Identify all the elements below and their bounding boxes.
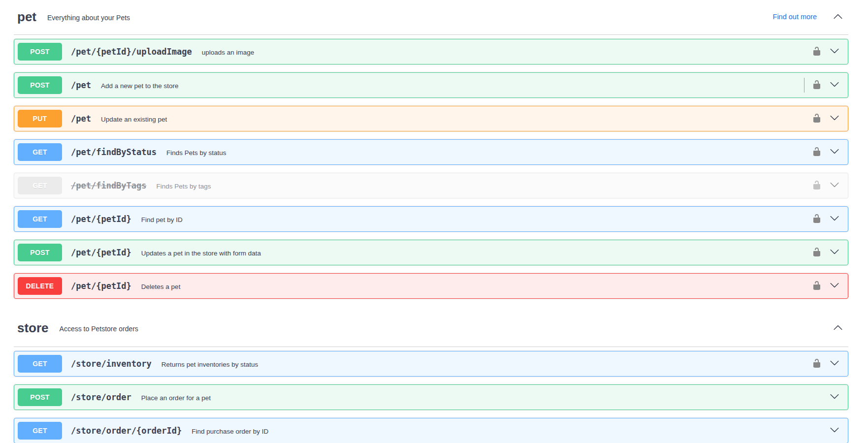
operation-path: /pet/{petId} <box>71 248 131 257</box>
chevron-up-icon[interactable] <box>833 11 843 22</box>
chevron-down-icon[interactable] <box>829 46 840 57</box>
operation-get-row[interactable]: GET /store/inventory Returns pet invento… <box>14 351 848 377</box>
method-badge: POST <box>18 388 62 406</box>
section-title-pet: pet <box>17 9 36 25</box>
store-section-controls <box>833 322 843 333</box>
chevron-down-icon[interactable] <box>829 358 840 369</box>
section-description-store: Access to Petstore orders <box>60 323 138 333</box>
chevron-down-icon[interactable] <box>829 147 840 158</box>
operation-path: /store/inventory <box>71 359 152 369</box>
unlocked-padlock-icon <box>812 180 822 191</box>
operation-get-row[interactable]: GET /pet/{petId} Find pet by ID <box>14 206 848 232</box>
method-badge: DELETE <box>18 277 62 295</box>
auth-lock-button[interactable] <box>811 214 822 224</box>
auth-lock-button[interactable] <box>811 281 822 291</box>
chevron-down-icon[interactable] <box>829 281 840 291</box>
operation-summary: Find pet by ID <box>141 215 183 223</box>
operation-get-row[interactable]: GET /pet/findByStatus Finds Pets by stat… <box>14 139 848 165</box>
store-operations-list: GET /store/inventory Returns pet invento… <box>14 347 848 443</box>
auth-lock-button[interactable] <box>811 247 822 258</box>
operation-post-row[interactable]: POST /pet Add a new pet to the store <box>14 72 848 98</box>
unlocked-padlock-icon <box>812 147 822 158</box>
operation-path: /pet <box>71 80 91 90</box>
operation-path: /pet/findByTags <box>71 181 147 190</box>
operation-path: /pet/{petId} <box>71 281 131 291</box>
operation-post-row[interactable]: POST /pet/{petId} Updates a pet in the s… <box>14 240 848 265</box>
auth-lock-button[interactable] <box>811 113 822 124</box>
operation-summary: Finds Pets by status <box>166 148 226 157</box>
auth-lock-button[interactable] <box>811 80 822 91</box>
text-cursor <box>804 78 804 93</box>
row-controls <box>811 281 840 291</box>
method-badge: GET <box>18 210 62 228</box>
pet-operations-list: POST /pet/{petId}/uploadImage uploads an… <box>14 35 848 299</box>
operation-summary: Updates a pet in the store with form dat… <box>141 249 261 257</box>
row-controls <box>804 78 840 93</box>
row-controls <box>811 147 840 158</box>
operation-get-row[interactable]: GET /store/order/{orderId} Find purchase… <box>14 418 848 443</box>
section-description-pet: Everything about your Pets <box>47 12 130 22</box>
operation-summary: Returns pet inventories by status <box>161 360 258 368</box>
row-controls <box>811 180 840 191</box>
chevron-down-icon[interactable] <box>829 392 840 403</box>
method-badge: POST <box>18 76 62 94</box>
method-badge: GET <box>18 422 62 440</box>
unlocked-padlock-icon <box>812 247 822 258</box>
row-controls <box>811 214 840 224</box>
find-out-more-link[interactable]: Find out more <box>773 13 817 21</box>
unlocked-padlock-icon <box>812 214 822 225</box>
chevron-down-icon[interactable] <box>829 247 840 258</box>
row-controls <box>811 358 840 369</box>
auth-lock-button[interactable] <box>811 46 822 57</box>
operation-path: /pet <box>71 114 91 124</box>
method-badge: POST <box>18 244 62 261</box>
auth-lock-button[interactable] <box>811 147 822 158</box>
chevron-up-icon[interactable] <box>833 322 843 333</box>
unlocked-padlock-icon <box>812 80 822 91</box>
operation-path: /pet/findByStatus <box>71 147 157 157</box>
store-section-header[interactable]: store Access to Petstore orders <box>14 311 848 347</box>
operation-delete-row[interactable]: DELETE /pet/{petId} Deletes a pet <box>14 273 848 299</box>
operation-get-row[interactable]: GET /pet/findByTags Finds Pets by tags <box>14 173 848 198</box>
operation-path: /pet/{petId} <box>71 214 131 224</box>
store-section-heading: store Access to Petstore orders <box>17 320 138 336</box>
api-operations-panel: pet Everything about your Pets Find out … <box>0 0 868 443</box>
method-badge: POST <box>18 43 62 61</box>
operation-post-row[interactable]: POST /store/order Place an order for a p… <box>14 384 848 410</box>
method-badge: GET <box>18 177 62 194</box>
chevron-down-icon[interactable] <box>829 214 840 224</box>
operation-summary: Add a new pet to the store <box>101 81 179 90</box>
operation-path: /store/order/{orderId} <box>71 426 182 436</box>
row-controls <box>829 392 840 403</box>
row-controls <box>811 113 840 124</box>
row-controls <box>829 425 840 436</box>
auth-lock-button[interactable] <box>811 180 822 191</box>
row-controls <box>811 46 840 57</box>
operation-summary: Update an existing pet <box>101 115 167 123</box>
pet-section-header[interactable]: pet Everything about your Pets Find out … <box>14 0 848 35</box>
operation-post-row[interactable]: POST /pet/{petId}/uploadImage uploads an… <box>14 39 848 64</box>
operation-summary: Find purchase order by ID <box>192 427 268 435</box>
chevron-down-icon[interactable] <box>829 425 840 436</box>
operation-put-row[interactable]: PUT /pet Update an existing pet <box>14 106 848 131</box>
pet-section-heading: pet Everything about your Pets <box>17 9 130 25</box>
auth-lock-button[interactable] <box>811 358 822 369</box>
pet-section-controls: Find out more <box>773 11 843 22</box>
operation-summary: Deletes a pet <box>141 282 181 290</box>
operation-summary: uploads an image <box>202 48 255 56</box>
method-badge: GET <box>18 143 62 161</box>
chevron-down-icon[interactable] <box>829 180 840 191</box>
section-title-store: store <box>17 320 49 336</box>
unlocked-padlock-icon <box>812 358 822 370</box>
chevron-down-icon[interactable] <box>829 80 840 91</box>
operation-summary: Place an order for a pet <box>141 393 211 402</box>
chevron-down-icon[interactable] <box>829 113 840 124</box>
operation-path: /store/order <box>71 392 131 402</box>
unlocked-padlock-icon <box>812 281 822 292</box>
method-badge: GET <box>18 355 62 373</box>
method-badge: PUT <box>18 110 62 127</box>
unlocked-padlock-icon <box>812 46 822 58</box>
operation-path: /pet/{petId}/uploadImage <box>71 47 192 57</box>
row-controls <box>811 247 840 258</box>
unlocked-padlock-icon <box>812 113 822 125</box>
